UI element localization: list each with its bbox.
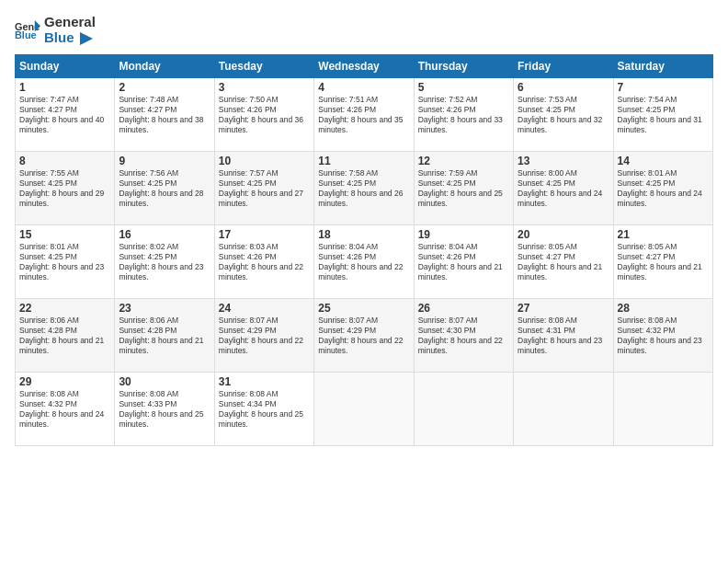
day-number: 8 — [19, 155, 110, 167]
calendar-cell — [414, 373, 513, 446]
page: General Blue General Blue SundayMondayTu… — [0, 0, 728, 563]
cell-info: Sunrise: 8:05 AMSunset: 4:27 PMDaylight:… — [518, 242, 602, 282]
day-number: 31 — [219, 375, 310, 388]
calendar-cell: 27 Sunrise: 8:08 AMSunset: 4:31 PMDaylig… — [514, 299, 613, 373]
calendar-cell: 11 Sunrise: 7:58 AMSunset: 4:25 PMDaylig… — [314, 152, 414, 225]
day-number: 9 — [119, 155, 210, 167]
calendar-header-cell: Thursday — [414, 55, 513, 78]
logo-general: General — [44, 15, 96, 30]
calendar-cell: 2 Sunrise: 7:48 AMSunset: 4:27 PMDayligh… — [115, 78, 214, 152]
calendar-cell: 16 Sunrise: 8:02 AMSunset: 4:25 PMDaylig… — [115, 225, 214, 299]
cell-info: Sunrise: 8:07 AMSunset: 4:29 PMDaylight:… — [318, 316, 403, 355]
calendar-cell: 6 Sunrise: 7:53 AMSunset: 4:25 PMDayligh… — [514, 78, 613, 152]
cell-info: Sunrise: 7:52 AMSunset: 4:26 PMDaylight:… — [418, 95, 503, 134]
calendar-table: SundayMondayTuesdayWednesdayThursdayFrid… — [15, 54, 713, 446]
cell-info: Sunrise: 8:01 AMSunset: 4:25 PMDaylight:… — [618, 168, 702, 208]
cell-info: Sunrise: 7:54 AMSunset: 4:25 PMDaylight:… — [618, 95, 702, 134]
logo-triangle — [80, 32, 93, 45]
cell-info: Sunrise: 8:08 AMSunset: 4:32 PMDaylight:… — [19, 389, 104, 429]
calendar-cell: 19 Sunrise: 8:04 AMSunset: 4:26 PMDaylig… — [414, 225, 513, 299]
cell-info: Sunrise: 7:57 AMSunset: 4:25 PMDaylight:… — [219, 168, 303, 208]
calendar-cell: 25 Sunrise: 8:07 AMSunset: 4:29 PMDaylig… — [314, 299, 414, 373]
cell-info: Sunrise: 7:58 AMSunset: 4:25 PMDaylight:… — [318, 168, 403, 208]
calendar-cell: 31 Sunrise: 8:08 AMSunset: 4:34 PMDaylig… — [214, 373, 313, 446]
calendar-header-cell: Saturday — [613, 55, 712, 78]
calendar-cell: 23 Sunrise: 8:06 AMSunset: 4:28 PMDaylig… — [115, 299, 214, 373]
calendar-cell: 9 Sunrise: 7:56 AMSunset: 4:25 PMDayligh… — [115, 152, 214, 225]
logo: General Blue General Blue — [15, 15, 96, 45]
calendar-header-row: SundayMondayTuesdayWednesdayThursdayFrid… — [16, 55, 713, 78]
day-number: 27 — [518, 302, 609, 315]
cell-info: Sunrise: 7:55 AMSunset: 4:25 PMDaylight:… — [19, 168, 104, 208]
calendar-cell: 26 Sunrise: 8:07 AMSunset: 4:30 PMDaylig… — [414, 299, 513, 373]
cell-info: Sunrise: 8:04 AMSunset: 4:26 PMDaylight:… — [418, 242, 503, 282]
day-number: 2 — [119, 81, 210, 94]
cell-info: Sunrise: 8:08 AMSunset: 4:32 PMDaylight:… — [618, 316, 702, 355]
day-number: 4 — [318, 81, 409, 94]
day-number: 11 — [318, 155, 409, 167]
cell-info: Sunrise: 7:59 AMSunset: 4:25 PMDaylight:… — [418, 168, 503, 208]
cell-info: Sunrise: 8:06 AMSunset: 4:28 PMDaylight:… — [19, 316, 104, 355]
cell-info: Sunrise: 8:04 AMSunset: 4:26 PMDaylight:… — [318, 242, 403, 282]
day-number: 20 — [518, 228, 609, 241]
calendar-cell: 4 Sunrise: 7:51 AMSunset: 4:26 PMDayligh… — [314, 78, 414, 152]
day-number: 18 — [318, 228, 409, 241]
calendar-cell: 5 Sunrise: 7:52 AMSunset: 4:26 PMDayligh… — [414, 78, 513, 152]
day-number: 3 — [219, 81, 310, 94]
calendar-cell: 15 Sunrise: 8:01 AMSunset: 4:25 PMDaylig… — [16, 225, 115, 299]
day-number: 6 — [518, 81, 609, 94]
calendar-cell: 21 Sunrise: 8:05 AMSunset: 4:27 PMDaylig… — [613, 225, 712, 299]
calendar-cell: 7 Sunrise: 7:54 AMSunset: 4:25 PMDayligh… — [613, 78, 712, 152]
day-number: 23 — [119, 302, 210, 315]
calendar-cell — [613, 373, 712, 446]
svg-text:Blue: Blue — [15, 29, 37, 40]
calendar-cell — [314, 373, 414, 446]
day-number: 29 — [19, 375, 110, 388]
cell-info: Sunrise: 8:01 AMSunset: 4:25 PMDaylight:… — [19, 242, 104, 282]
calendar-header-cell: Wednesday — [314, 55, 414, 78]
day-number: 12 — [418, 155, 509, 167]
cell-info: Sunrise: 8:05 AMSunset: 4:27 PMDaylight:… — [618, 242, 702, 282]
header: General Blue General Blue — [15, 15, 713, 45]
calendar-cell: 1 Sunrise: 7:47 AMSunset: 4:27 PMDayligh… — [16, 78, 115, 152]
calendar-week-row: 22 Sunrise: 8:06 AMSunset: 4:28 PMDaylig… — [16, 299, 713, 373]
cell-info: Sunrise: 7:51 AMSunset: 4:26 PMDaylight:… — [318, 95, 403, 134]
day-number: 7 — [618, 81, 709, 94]
day-number: 17 — [219, 228, 310, 241]
calendar-cell: 20 Sunrise: 8:05 AMSunset: 4:27 PMDaylig… — [514, 225, 613, 299]
cell-info: Sunrise: 8:07 AMSunset: 4:30 PMDaylight:… — [418, 316, 503, 355]
cell-info: Sunrise: 8:03 AMSunset: 4:26 PMDaylight:… — [219, 242, 303, 282]
logo-blue: Blue — [44, 30, 96, 46]
day-number: 30 — [119, 375, 210, 388]
cell-info: Sunrise: 8:08 AMSunset: 4:31 PMDaylight:… — [518, 316, 602, 355]
cell-info: Sunrise: 7:48 AMSunset: 4:27 PMDaylight:… — [119, 95, 203, 134]
day-number: 15 — [19, 228, 110, 241]
calendar-cell: 12 Sunrise: 7:59 AMSunset: 4:25 PMDaylig… — [414, 152, 513, 225]
calendar-body: 1 Sunrise: 7:47 AMSunset: 4:27 PMDayligh… — [16, 78, 713, 446]
day-number: 24 — [219, 302, 310, 315]
day-number: 26 — [418, 302, 509, 315]
calendar-header-cell: Friday — [514, 55, 613, 78]
day-number: 13 — [518, 155, 609, 167]
calendar-cell: 17 Sunrise: 8:03 AMSunset: 4:26 PMDaylig… — [214, 225, 313, 299]
calendar-week-row: 15 Sunrise: 8:01 AMSunset: 4:25 PMDaylig… — [16, 225, 713, 299]
cell-info: Sunrise: 8:07 AMSunset: 4:29 PMDaylight:… — [219, 316, 303, 355]
calendar-cell: 30 Sunrise: 8:08 AMSunset: 4:33 PMDaylig… — [115, 373, 214, 446]
day-number: 22 — [19, 302, 110, 315]
calendar-cell: 10 Sunrise: 7:57 AMSunset: 4:25 PMDaylig… — [214, 152, 313, 225]
calendar-header-cell: Sunday — [16, 55, 115, 78]
calendar-week-row: 1 Sunrise: 7:47 AMSunset: 4:27 PMDayligh… — [16, 78, 713, 152]
calendar-cell: 3 Sunrise: 7:50 AMSunset: 4:26 PMDayligh… — [214, 78, 313, 152]
cell-info: Sunrise: 8:06 AMSunset: 4:28 PMDaylight:… — [119, 316, 203, 355]
day-number: 14 — [618, 155, 709, 167]
day-number: 16 — [119, 228, 210, 241]
cell-info: Sunrise: 8:08 AMSunset: 4:33 PMDaylight:… — [119, 389, 203, 429]
cell-info: Sunrise: 8:00 AMSunset: 4:25 PMDaylight:… — [518, 168, 602, 208]
logo-icon: General Blue — [15, 17, 40, 43]
calendar-cell: 13 Sunrise: 8:00 AMSunset: 4:25 PMDaylig… — [514, 152, 613, 225]
cell-info: Sunrise: 7:56 AMSunset: 4:25 PMDaylight:… — [119, 168, 203, 208]
cell-info: Sunrise: 8:08 AMSunset: 4:34 PMDaylight:… — [219, 389, 303, 429]
day-number: 25 — [318, 302, 409, 315]
calendar-cell: 28 Sunrise: 8:08 AMSunset: 4:32 PMDaylig… — [613, 299, 712, 373]
day-number: 5 — [418, 81, 509, 94]
